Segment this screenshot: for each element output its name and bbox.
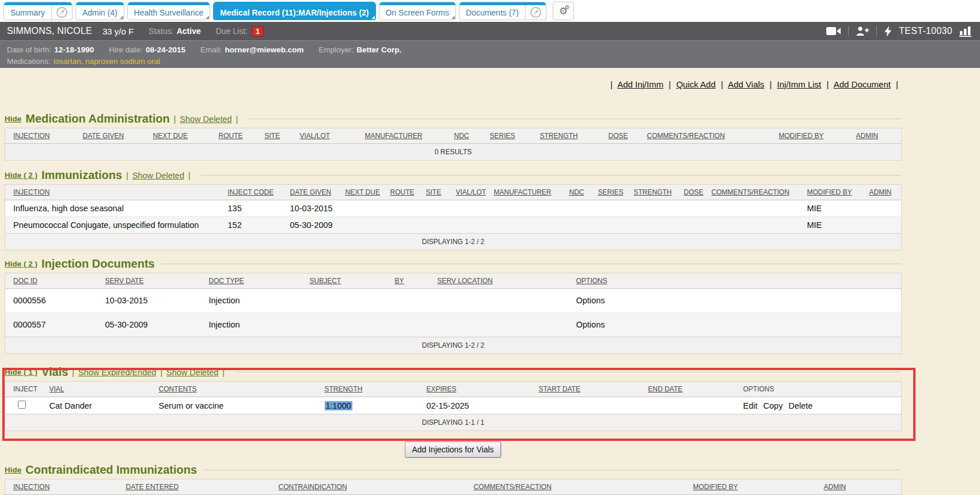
add-document-link[interactable]: Add Document — [834, 79, 891, 89]
vials-header: Hide ( 1 ) Vials | Show Expired/Ended | … — [5, 365, 901, 379]
due-list-badge[interactable]: 1 — [252, 26, 264, 37]
col-modified-by[interactable]: MODIFIED BY — [771, 128, 848, 144]
col-doc-id[interactable]: DOC ID — [5, 273, 97, 289]
col-end-date[interactable]: END DATE — [640, 382, 735, 397]
add-person-icon[interactable] — [856, 26, 869, 36]
tab-accent-stripe — [214, 2, 375, 5]
col-start-date[interactable]: START DATE — [531, 382, 640, 397]
col-route[interactable]: ROUTE — [382, 185, 418, 200]
hide-contraindicated-link[interactable]: Hide — [5, 466, 21, 474]
col-modified-by[interactable]: MODIFIED BY — [799, 185, 861, 200]
col-subject[interactable]: SUBJECT — [302, 273, 387, 289]
col-vial-lot[interactable]: VIAL/LOT — [292, 128, 357, 144]
col-injection[interactable]: INJECTION — [5, 185, 220, 200]
show-deleted-link[interactable]: Show Deleted — [180, 115, 231, 124]
col-next-due[interactable]: NEXT DUE — [337, 185, 382, 200]
immunization-row[interactable]: Pneumococcal Conjugate, unspecified form… — [5, 217, 902, 234]
section-rule — [200, 175, 901, 176]
col-date-entered[interactable]: DATE ENTERED — [118, 479, 271, 495]
vial-select-checkbox[interactable] — [18, 401, 26, 409]
col-strength[interactable]: STRENGTH — [626, 185, 676, 200]
settings-button[interactable]: ⚙ ⚙ — [553, 2, 574, 20]
inj-imm-list-link[interactable]: Inj/Imm List — [777, 79, 822, 89]
show-expired-ended-link[interactable]: Show Expired/Ended — [78, 368, 156, 377]
hide-injection-documents-link[interactable]: Hide ( 2 ) — [5, 260, 37, 268]
add-inj-imm-link[interactable]: Add Inj/Imm — [617, 79, 663, 89]
col-series[interactable]: SERIES — [482, 128, 532, 144]
col-strength[interactable]: STRENGTH — [317, 382, 419, 397]
col-admin[interactable]: ADMIN — [848, 128, 902, 144]
edit-vial-link[interactable]: Edit — [743, 401, 758, 410]
dob-value: 12-18-1990 — [54, 45, 94, 54]
col-options[interactable]: OPTIONS — [568, 273, 902, 289]
doc-id: 0000556 — [5, 289, 97, 313]
col-dose[interactable]: DOSE — [601, 128, 639, 144]
show-deleted-link[interactable]: Show Deleted — [166, 368, 218, 377]
col-dose[interactable]: DOSE — [676, 185, 704, 200]
due-list-label: Due List: — [216, 26, 248, 36]
quick-add-link[interactable]: Quick Add — [676, 79, 715, 89]
col-date-given[interactable]: DATE GIVEN — [75, 128, 145, 144]
delete-vial-link[interactable]: Delete — [788, 401, 812, 410]
status-value: Active — [177, 26, 201, 36]
add-vials-link[interactable]: Add Vials — [728, 79, 764, 89]
col-ndc[interactable]: NDC — [561, 185, 590, 200]
col-injection[interactable]: INJECTION — [5, 128, 75, 144]
col-comments-reaction[interactable]: COMMENTS/REACTION — [466, 479, 685, 495]
col-inject-code[interactable]: INJECT CODE — [220, 185, 282, 200]
video-call-icon[interactable] — [826, 26, 841, 36]
col-serv-date[interactable]: SERV DATE — [97, 273, 201, 289]
col-admin[interactable]: ADMIN — [861, 185, 902, 200]
col-site[interactable]: SITE — [418, 185, 448, 200]
separator: | — [188, 171, 191, 180]
hide-med-admin-link[interactable]: Hide — [5, 115, 21, 123]
col-comments-reaction[interactable]: COMMENTS/REACTION — [639, 128, 771, 144]
col-contents[interactable]: CONTENTS — [151, 382, 317, 397]
tab-admin[interactable]: Admin (4) — [75, 2, 124, 20]
col-vial[interactable]: VIAL — [41, 382, 151, 397]
tab-medical-record-active[interactable]: Medical Record (11):MAR/Injections (2) — [213, 2, 375, 20]
col-comments-reaction[interactable]: COMMENTS/REACTION — [704, 185, 799, 200]
col-contraindication[interactable]: CONTRAINDICATION — [271, 479, 466, 495]
col-ndc[interactable]: NDC — [446, 128, 482, 144]
hide-vials-link[interactable]: Hide ( 1 ) — [5, 368, 37, 376]
document-row[interactable]: 0000557 05-30-2009 Injection Options — [5, 313, 902, 337]
col-manufacturer[interactable]: MANUFACTURER — [486, 185, 561, 200]
col-vial-lot[interactable]: VIAL/LOT — [448, 185, 486, 200]
quick-actions-bolt-icon[interactable] — [884, 26, 892, 37]
immunization-row[interactable]: Influenza, high dose seasonal 135 10-03-… — [5, 200, 902, 217]
show-deleted-link[interactable]: Show Deleted — [132, 171, 184, 180]
document-row[interactable]: 0000556 10-03-2015 Injection Options — [5, 289, 902, 313]
tab-on-screen-forms[interactable]: On Screen Forms — [379, 2, 456, 20]
patient-chart-id: TEST-10030 — [899, 26, 952, 36]
col-admin[interactable]: ADMIN — [816, 479, 902, 495]
section-title: Medication Administration — [25, 112, 169, 125]
add-injections-for-vials-button[interactable]: Add Injections for Vials — [405, 441, 500, 458]
col-route[interactable]: ROUTE — [211, 128, 257, 144]
col-serv-location[interactable]: SERV LOCATION — [430, 273, 568, 289]
options-menu-link[interactable]: Options — [576, 320, 605, 329]
col-series[interactable]: SERIES — [590, 185, 626, 200]
col-date-given[interactable]: DATE GIVEN — [282, 185, 337, 200]
col-by[interactable]: BY — [387, 273, 430, 289]
medications-list-link[interactable]: losartan, naproxen sodium oral — [54, 57, 160, 66]
col-strength[interactable]: STRENGTH — [532, 128, 601, 144]
flowsheet-chart-icon[interactable] — [959, 26, 972, 37]
hide-immunizations-link[interactable]: Hide ( 2 ) — [5, 171, 37, 180]
col-expires[interactable]: EXPIRES — [419, 382, 531, 397]
col-modified-by[interactable]: MODIFIED BY — [685, 479, 816, 495]
col-next-due[interactable]: NEXT DUE — [145, 128, 211, 144]
tab-health-surveillance[interactable]: Health Surveillance — [127, 2, 211, 20]
options-menu-link[interactable]: Options — [576, 296, 605, 305]
col-manufacturer[interactable]: MANUFACTURER — [357, 128, 446, 144]
col-injection[interactable]: INJECTION — [5, 479, 118, 495]
tab-summary[interactable]: Summary ↗ — [3, 2, 73, 20]
date-given: 10-03-2015 — [282, 200, 337, 217]
tab-documents[interactable]: Documents (7) ↗ — [459, 2, 546, 20]
col-site[interactable]: SITE — [257, 128, 292, 144]
vial-row[interactable]: Cat Dander Serum or vaccine 1:1000 02-15… — [5, 397, 902, 414]
separator: | — [770, 79, 772, 89]
tab-accent-stripe — [76, 2, 124, 5]
copy-vial-link[interactable]: Copy — [764, 401, 783, 410]
col-doc-type[interactable]: DOC TYPE — [201, 273, 302, 289]
